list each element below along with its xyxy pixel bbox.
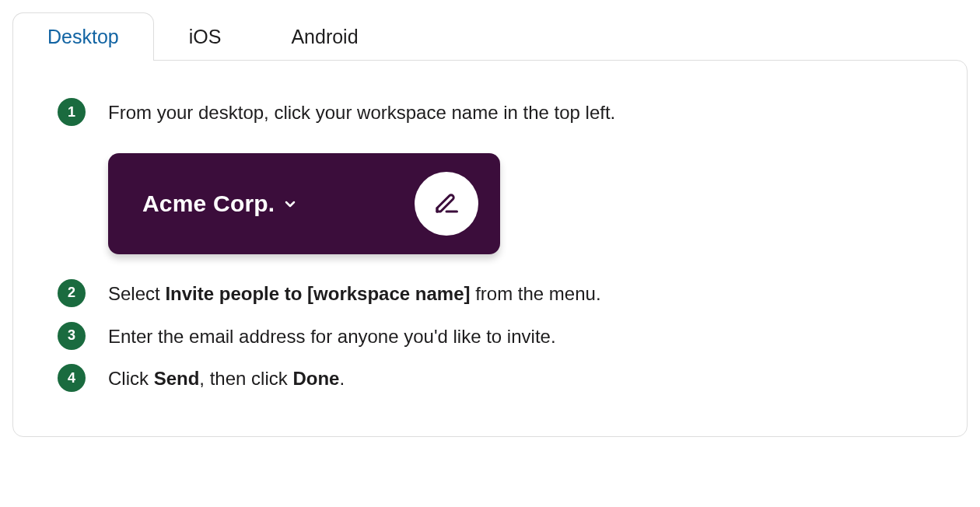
workspace-name-label: Acme Corp.	[142, 191, 275, 217]
step-number: 1	[58, 98, 86, 126]
step-text: Enter the email address for anyone you'd…	[108, 323, 923, 351]
workspace-header-example: Acme Corp.	[108, 153, 500, 254]
tab-desktop[interactable]: Desktop	[12, 12, 154, 61]
tab-ios[interactable]: iOS	[154, 12, 257, 61]
step-text: From your desktop, click your workspace …	[108, 100, 923, 127]
tab-list: Desktop iOS Android	[12, 12, 968, 61]
step-number: 3	[58, 322, 86, 350]
step-4: 4 Click Send, then click Done.	[57, 364, 923, 393]
step-number: 2	[58, 279, 86, 307]
compose-icon	[432, 188, 460, 219]
step-2: 2 Select Invite people to [workspace nam…	[57, 279, 923, 308]
compose-button[interactable]	[415, 172, 478, 236]
tab-panel-desktop: 1 From your desktop, click your workspac…	[12, 60, 968, 437]
tab-android[interactable]: Android	[256, 12, 393, 61]
step-3: 3 Enter the email address for anyone you…	[57, 322, 923, 351]
workspace-name-button[interactable]: Acme Corp.	[142, 191, 296, 217]
step-number: 4	[58, 364, 86, 392]
tab-container: Desktop iOS Android 1 From your desktop,…	[12, 12, 968, 437]
chevron-down-icon	[284, 198, 296, 210]
step-text: Select Invite people to [workspace name]…	[108, 281, 923, 308]
step-1: 1 From your desktop, click your workspac…	[57, 98, 923, 265]
step-text: Click Send, then click Done.	[108, 365, 923, 393]
